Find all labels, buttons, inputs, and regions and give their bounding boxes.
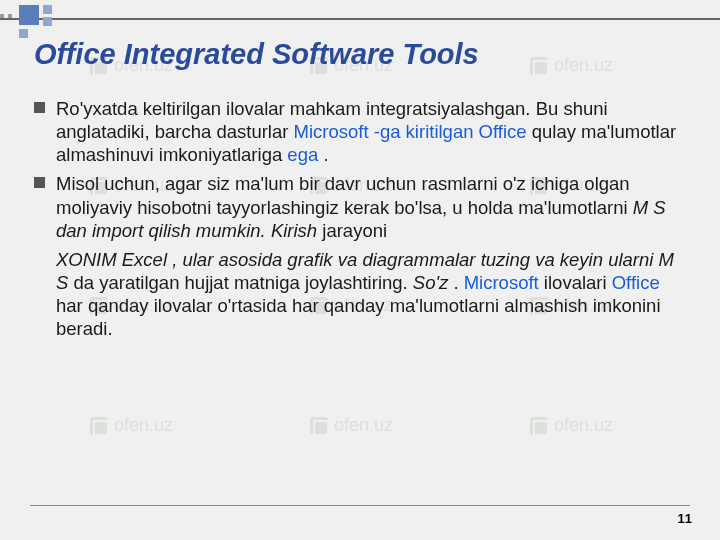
slide-content: Office Integrated Software Tools Ro'yxat…	[0, 0, 720, 340]
bullet-item: Misol uchun, agar siz ma'lum bir davr uc…	[30, 172, 690, 241]
continuation-paragraph: XONIM Excel , ular asosida grafik va dia…	[30, 248, 690, 341]
link-text: Microsoft	[464, 272, 539, 293]
bullet-item: Ro'yxatda keltirilgan ilovalar mahkam in…	[30, 97, 690, 166]
page-number: 11	[678, 511, 692, 526]
slide-title: Office Integrated Software Tools	[34, 38, 690, 71]
bullet-list: Ro'yxatda keltirilgan ilovalar mahkam in…	[30, 97, 690, 242]
link-text: Office	[612, 272, 660, 293]
link-text: Microsoft -ga kiritilgan Office	[294, 121, 527, 142]
link-text: ega	[287, 144, 323, 165]
footer-divider	[30, 505, 690, 506]
